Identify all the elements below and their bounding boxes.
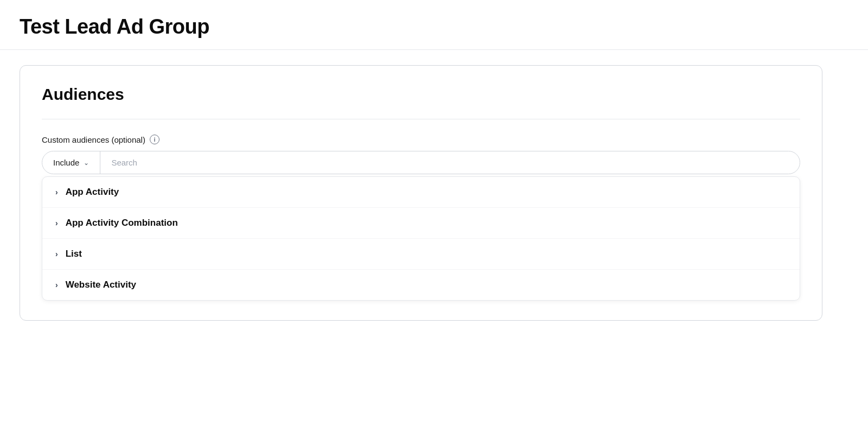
page-title: Test Lead Ad Group <box>20 15 848 39</box>
section-label: Custom audiences (optional) i <box>42 135 800 144</box>
chevron-right-icon: › <box>55 219 58 227</box>
card-title: Audiences <box>42 85 800 104</box>
chevron-right-icon: › <box>55 188 58 196</box>
include-dropdown[interactable]: Include ⌄ <box>42 151 100 174</box>
list-item-label: App Activity <box>66 187 119 198</box>
list-item[interactable]: › Website Activity <box>42 270 800 300</box>
chevron-right-icon: › <box>55 250 58 258</box>
list-item-label: App Activity Combination <box>66 218 178 228</box>
list-item-label: Website Activity <box>66 279 136 290</box>
list-item-label: List <box>66 249 82 259</box>
chevron-down-icon: ⌄ <box>84 159 89 167</box>
search-input[interactable] <box>100 151 800 174</box>
list-item[interactable]: › App Activity <box>42 177 800 208</box>
search-container: Include ⌄ <box>42 151 800 174</box>
page-header: Test Lead Ad Group <box>0 0 868 50</box>
section-label-text: Custom audiences (optional) <box>42 135 145 144</box>
info-icon[interactable]: i <box>150 135 159 144</box>
chevron-right-icon: › <box>55 281 58 289</box>
audience-dropdown-list: › App Activity › App Activity Combinatio… <box>42 176 800 301</box>
card-divider <box>42 119 800 119</box>
main-content: Audiences Custom audiences (optional) i … <box>0 50 868 336</box>
audiences-card: Audiences Custom audiences (optional) i … <box>20 65 822 321</box>
include-label: Include <box>53 158 79 167</box>
list-item[interactable]: › App Activity Combination <box>42 208 800 239</box>
list-item[interactable]: › List <box>42 239 800 270</box>
